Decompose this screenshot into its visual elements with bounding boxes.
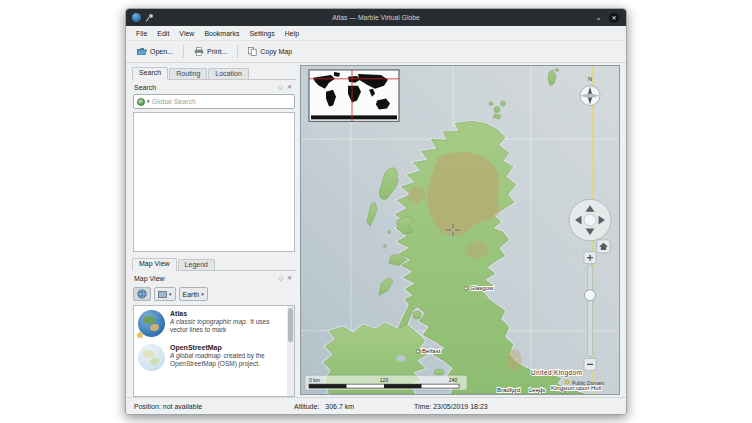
scale-end-label: 240 [449, 378, 458, 383]
tab-legend[interactable]: Legend [178, 259, 215, 270]
atlas-thumbnail: ★ [138, 310, 165, 337]
celestial-body-dropdown[interactable]: Earth ▾ [179, 287, 208, 301]
mapview-panel-title: Map View [134, 275, 276, 282]
theme-list-scrollbar[interactable] [287, 306, 294, 396]
statusbar: Position: not available Altitude: 306.7 … [126, 397, 626, 414]
pin-icon[interactable] [145, 13, 154, 22]
bradford-label: Bradford [497, 387, 520, 393]
view-tabbar: Map View Legend [132, 256, 296, 271]
leeds-label: Leeds [529, 387, 545, 393]
theme-name: Atlas [170, 310, 284, 317]
map-canvas[interactable]: Glasgow Belfast Bradford Leeds Kingston … [301, 66, 619, 394]
scale-bar: 0 km 120 240 [305, 375, 467, 390]
open-button[interactable]: Open... [131, 44, 179, 59]
float-panel-icon[interactable]: ◇ [276, 274, 285, 283]
open-label: Open... [150, 48, 173, 55]
compass-north-label: N [588, 76, 592, 82]
sidebar: Search Routing Location Search ◇ ✕ ▾ Map… [126, 63, 298, 397]
scale-zero-label: 0 km [309, 378, 320, 383]
svg-text:Public Domain: Public Domain [572, 381, 604, 386]
search-input[interactable] [152, 98, 291, 105]
global-search-field[interactable]: ▾ [133, 94, 295, 109]
celestial-body-value: Earth [183, 291, 200, 298]
mapview-panel-header: Map View ◇ ✕ [132, 271, 296, 284]
theme-description: A classic topographic map. It uses vecto… [170, 318, 284, 334]
marble-window: Atlas — Marble Virtual Globe ⌄ ✕ File Ed… [125, 8, 627, 415]
close-window-icon[interactable]: ✕ [609, 13, 619, 23]
close-panel-icon[interactable]: ✕ [285, 83, 294, 92]
titlebar[interactable]: Atlas — Marble Virtual Globe ⌄ ✕ [126, 9, 626, 26]
menu-bookmarks[interactable]: Bookmarks [199, 28, 244, 39]
theme-item-openstreetmap[interactable]: OpenStreetMap A global roadmap created b… [134, 340, 294, 374]
status-time: Time: 23/05/2019 18:23 [414, 403, 488, 410]
theme-description: A global roadmap created by the OpenStre… [170, 352, 284, 368]
globe-projection-icon [137, 289, 147, 299]
zoom-slider-handle[interactable] [585, 290, 596, 301]
copy-icon [248, 47, 257, 56]
map-theme-list: ★ Atlas A classic topographic map. It us… [133, 305, 295, 397]
menu-edit[interactable]: Edit [152, 28, 174, 39]
search-panel-header: Search ◇ ✕ [132, 80, 296, 93]
belfast-label: Belfast [422, 349, 441, 355]
search-tabbar: Search Routing Location [132, 65, 296, 80]
search-panel-title: Search [134, 84, 276, 91]
print-button[interactable]: Print... [188, 44, 233, 59]
favorite-star-icon[interactable]: ★ [136, 330, 144, 340]
hull-label: Kingston upon Hull [551, 385, 601, 391]
scale-mid-label: 120 [380, 378, 389, 383]
menu-settings[interactable]: Settings [244, 28, 279, 39]
toolbar-separator [237, 45, 238, 58]
copy-map-button[interactable]: Copy Map [242, 44, 298, 59]
zoom-slider-track[interactable] [588, 266, 593, 357]
folder-open-icon [137, 47, 147, 56]
overview-map-inset[interactable] [309, 70, 399, 121]
menu-view[interactable]: View [174, 28, 199, 39]
theme-item-atlas[interactable]: ★ Atlas A classic topographic map. It us… [134, 306, 294, 340]
openstreetmap-thumbnail [138, 344, 165, 371]
tab-location[interactable]: Location [208, 68, 248, 79]
menubar: File Edit View Bookmarks Settings Help [126, 26, 626, 41]
altitude-value: 306.7 km [325, 403, 354, 410]
tab-routing[interactable]: Routing [169, 68, 207, 79]
theme-name: OpenStreetMap [170, 344, 284, 351]
mapview-controls: ▾ Earth ▾ [133, 286, 295, 302]
search-provider-arrow-icon[interactable]: ▾ [147, 99, 150, 104]
print-label: Print... [207, 48, 227, 55]
search-globe-icon [137, 98, 145, 106]
printer-icon [194, 47, 204, 56]
window-title: Atlas — Marble Virtual Globe [126, 14, 626, 21]
tab-map-view[interactable]: Map View [132, 258, 177, 271]
close-panel-icon[interactable]: ✕ [285, 274, 294, 283]
lough-neagh [396, 355, 406, 362]
scrollbar-handle[interactable] [288, 308, 293, 342]
united-kingdom-label: United Kingdom [531, 369, 582, 377]
navigation-pad[interactable] [569, 199, 611, 240]
float-panel-icon[interactable]: ◇ [276, 83, 285, 92]
globe-projection-button[interactable] [133, 287, 151, 301]
chevron-down-icon: ▾ [201, 292, 204, 297]
home-button[interactable] [597, 240, 610, 253]
altitude-label: Altitude: [294, 403, 319, 410]
shade-window-icon[interactable]: ⌄ [595, 14, 602, 22]
projection-dropdown[interactable]: ▾ [154, 287, 176, 301]
tab-search[interactable]: Search [132, 67, 168, 80]
menu-help[interactable]: Help [280, 28, 304, 39]
map-viewport[interactable]: Glasgow Belfast Bradford Leeds Kingston … [300, 65, 620, 395]
toolbar: Open... Print... Copy Map [126, 41, 626, 63]
toolbar-separator [183, 45, 184, 58]
flat-map-icon [158, 291, 167, 298]
menu-file[interactable]: File [131, 28, 152, 39]
status-altitude: Altitude: 306.7 km [294, 403, 382, 410]
copy-map-label: Copy Map [260, 48, 292, 55]
status-position: Position: not available [134, 403, 294, 410]
glasgow-label: Glasgow [470, 285, 494, 291]
search-results-list[interactable] [133, 112, 295, 252]
chevron-down-icon: ▾ [169, 292, 172, 297]
